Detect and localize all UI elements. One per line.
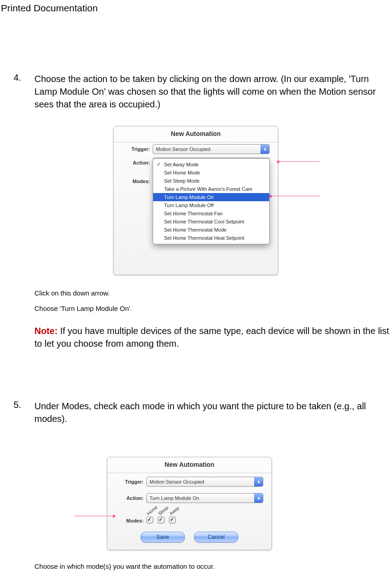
mode-home-checkbox[interactable] bbox=[146, 517, 153, 523]
trigger-popup[interactable]: Motion Sensor Occupied bbox=[153, 144, 270, 154]
updown-arrows-icon bbox=[254, 477, 263, 486]
callout-arrow-icon bbox=[271, 196, 320, 196]
action-label: Action: bbox=[122, 160, 153, 165]
updown-arrows-icon bbox=[254, 494, 263, 503]
cancel-button[interactable]: Cancel bbox=[194, 532, 238, 542]
dropdown-item[interactable]: Turn Lamp Module Off bbox=[153, 201, 269, 209]
trigger-value: Motion Sensor Occupied bbox=[156, 146, 210, 152]
figure-action-dropdown: New Automation Trigger: Motion Sensor Oc… bbox=[113, 126, 277, 275]
step-5-number: 5. bbox=[14, 400, 34, 425]
figure2-caption: Choose in which mode(s) you want the aut… bbox=[34, 562, 392, 571]
new-automation-panel-2: New Automation Trigger: Motion Sensor Oc… bbox=[107, 457, 272, 550]
new-automation-panel: New Automation Trigger: Motion Sensor Oc… bbox=[113, 126, 278, 275]
callout-arrow-icon bbox=[74, 516, 113, 516]
action-label-2: Action: bbox=[116, 495, 146, 501]
dropdown-item[interactable]: Set Home Thermostat Fan bbox=[153, 209, 269, 218]
note-label: Note: bbox=[34, 326, 58, 336]
step-4-text: Choose the action to be taken by clickin… bbox=[34, 73, 392, 111]
dropdown-item[interactable]: Set Home Thermostat Cool Setpoint bbox=[153, 218, 269, 226]
dropdown-item[interactable]: Set Sleep Mode bbox=[153, 177, 269, 185]
updown-arrows-icon bbox=[261, 145, 269, 154]
action-value-2: Turn Lamp Module On bbox=[150, 495, 199, 501]
panel-title: New Automation bbox=[114, 126, 278, 142]
action-popup-2[interactable]: Turn Lamp Module On bbox=[146, 493, 263, 503]
mode-away-label: Away bbox=[169, 505, 180, 516]
panel-title-2: New Automation bbox=[107, 457, 271, 473]
step-5: 5. Under Modes, check each mode in which… bbox=[0, 400, 392, 425]
figure1-caption-1: Click on this down arrow. bbox=[34, 289, 392, 298]
figure1-caption-2: Choose 'Turn Lamp Module On'. bbox=[34, 304, 392, 313]
trigger-value-2: Motion Sensor Occupied bbox=[150, 479, 204, 484]
mode-sleep-checkbox[interactable] bbox=[158, 517, 165, 523]
dropdown-item-selected[interactable]: Turn Lamp Module On bbox=[153, 193, 269, 201]
modes-label-2: Modes: bbox=[116, 518, 146, 523]
dropdown-item[interactable]: ✓Set Away Mode bbox=[153, 160, 269, 169]
trigger-popup-2[interactable]: Motion Sensor Occupied bbox=[146, 477, 263, 487]
trigger-label-2: Trigger: bbox=[116, 479, 146, 484]
callout-arrow-icon bbox=[279, 161, 319, 162]
dropdown-item[interactable]: Set Home Mode bbox=[153, 169, 269, 177]
action-dropdown: ✓Set Away Mode Set Home Mode Set Sleep M… bbox=[153, 158, 270, 244]
dropdown-item[interactable]: Set Home Thermostat Heat Setpoint bbox=[153, 234, 269, 242]
dropdown-item[interactable]: Take a Picture With Aaron's Forest Cam bbox=[153, 185, 269, 193]
note-block: Note: If you have multiple devices of th… bbox=[0, 324, 392, 350]
step-4-number: 4. bbox=[14, 73, 34, 111]
step-4: 4. Choose the action to be taken by clic… bbox=[0, 73, 392, 111]
dropdown-item[interactable]: Set Home Thermostat Mode bbox=[153, 226, 269, 234]
note-text: If you have multiple devices of the same… bbox=[34, 326, 389, 349]
save-button[interactable]: Save bbox=[140, 532, 185, 542]
page-title: Printed Documentation bbox=[0, 0, 392, 14]
modes-label: Modes: bbox=[122, 179, 153, 184]
step-5-text: Under Modes, check each mode in which yo… bbox=[34, 400, 392, 425]
mode-away-checkbox[interactable] bbox=[169, 517, 176, 523]
trigger-label: Trigger: bbox=[122, 146, 153, 152]
figure-modes-panel: New Automation Trigger: Motion Sensor Oc… bbox=[107, 457, 271, 550]
mode-home-label: Home bbox=[146, 504, 159, 516]
mode-sleep-label: Sleep bbox=[157, 505, 169, 516]
